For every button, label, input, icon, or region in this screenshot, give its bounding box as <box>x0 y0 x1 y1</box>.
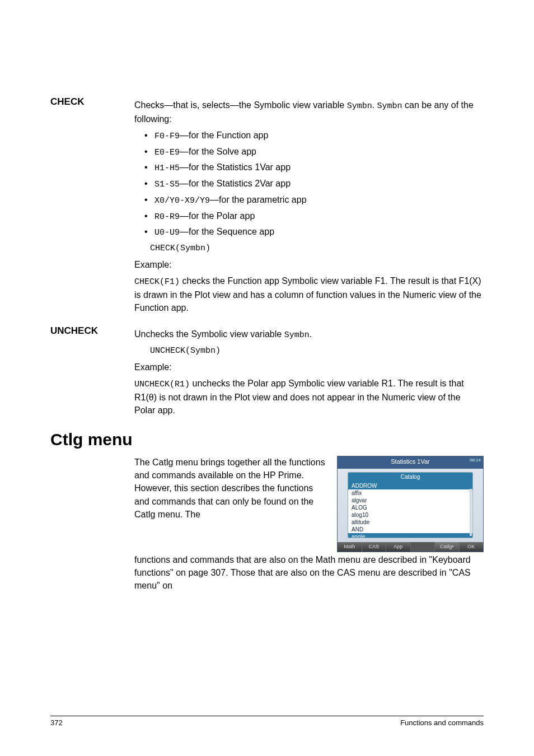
list-item: R0-R9—for the Polar app <box>144 209 484 223</box>
code: S1-S5 <box>154 180 180 189</box>
scrollbar-thumb <box>470 481 472 489</box>
check-example: CHECK(F1) checks the Function app Symbol… <box>134 274 484 314</box>
calculator-screenshot: Statistics 1Var 08:14 Catalog ADDROW aff… <box>337 456 484 552</box>
list-item: H1-H5—for the Statistics 1Var app <box>144 161 484 175</box>
text: —for the Polar app <box>180 211 255 221</box>
list-item: E0-E9—for the Solve app <box>144 145 484 159</box>
code: R0-R9 <box>154 212 180 222</box>
list-item: ALOG <box>348 504 472 511</box>
list-item: X0/Y0-X9/Y9—for the parametric app <box>144 193 484 207</box>
screenshot-title-bar: Statistics 1Var 08:14 <box>338 456 483 469</box>
catalog-list: ADDROW affix algvar ALOG alog10 altitude… <box>348 482 472 538</box>
text: —for the parametric app <box>210 195 307 204</box>
list-item: altitude <box>348 519 472 526</box>
text: —for the Solve app <box>180 147 256 156</box>
softkey-blank <box>411 542 435 552</box>
check-intro: Checks—that is, selects—the Symbolic vie… <box>134 99 484 125</box>
softkey-cas: CAS <box>362 542 387 552</box>
catalog-header: Catalog <box>348 473 472 482</box>
list-item: S1-S5—for the Statistics 2Var app <box>144 177 484 191</box>
text: —for the Sequence app <box>180 227 274 236</box>
ctlg-para1: The Catlg menu brings together all the f… <box>134 456 329 552</box>
page-footer: 372 Functions and commands <box>50 716 484 727</box>
screenshot-title: Statistics 1Var <box>391 458 430 465</box>
text: Checks—that is, selects—the Symbolic vie… <box>134 100 347 110</box>
spacer <box>50 456 134 596</box>
text: . <box>310 329 312 339</box>
screenshot-time: 08:14 <box>470 457 481 464</box>
example-label: Example: <box>134 361 484 374</box>
code: U0-U9 <box>154 228 180 237</box>
list-item: angle <box>348 533 472 538</box>
text: . <box>372 100 377 110</box>
code: CHECK(F1) <box>134 277 180 287</box>
page-number: 372 <box>50 718 63 727</box>
code: Symbn <box>347 101 372 111</box>
list-item: alog10 <box>348 511 472 519</box>
code: Symbn <box>284 330 310 340</box>
uncheck-heading: UNCHECK <box>50 324 134 420</box>
text: checks the Function app Symbolic view va… <box>134 276 481 312</box>
ctlg-para2: functions and commands that are also on … <box>134 553 484 592</box>
uncheck-intro: Unchecks the Symbolic view variable Symb… <box>134 328 484 342</box>
text: —for the Function app <box>180 130 268 140</box>
code: Symbn <box>377 101 402 111</box>
uncheck-example: UNCHECK(R1) unchecks the Polar app Symbo… <box>134 377 484 417</box>
list-item: ADDROW <box>348 482 472 489</box>
softkey-catlg: Catlg• <box>435 542 460 552</box>
list-item: F0-F9—for the Function app <box>144 129 484 143</box>
check-heading: CHECK <box>50 95 134 318</box>
footer-title: Functions and commands <box>400 718 484 727</box>
softkey-bar: Math CAS App Catlg• OK <box>338 542 483 552</box>
text: Unchecks the Symbolic view variable <box>134 329 284 339</box>
text: —for the Statistics 1Var app <box>180 162 291 172</box>
text: —for the Statistics 2Var app <box>180 179 291 188</box>
list-item: affix <box>348 489 472 497</box>
code: UNCHECK(R1) <box>134 380 190 389</box>
scrollbar <box>470 481 472 536</box>
list-item: AND <box>348 526 472 533</box>
code: X0/Y0-X9/Y9 <box>154 196 210 206</box>
softkey-app: App <box>386 542 411 552</box>
code: F0-F9 <box>154 132 180 141</box>
uncheck-syntax: UNCHECK(Symbn) <box>134 345 484 357</box>
list-item: U0-U9—for the Sequence app <box>144 225 484 239</box>
check-bullet-list: F0-F9—for the Function app E0-E9—for the… <box>134 129 484 239</box>
example-label: Example: <box>134 258 484 271</box>
softkey-math: Math <box>338 542 362 552</box>
check-syntax: CHECK(Symbn) <box>134 242 484 255</box>
code: H1-H5 <box>154 164 180 173</box>
ctlg-heading: Ctlg menu <box>50 430 484 449</box>
code: E0-E9 <box>154 148 180 157</box>
list-item: algvar <box>348 497 472 504</box>
softkey-ok: OK <box>460 542 484 552</box>
